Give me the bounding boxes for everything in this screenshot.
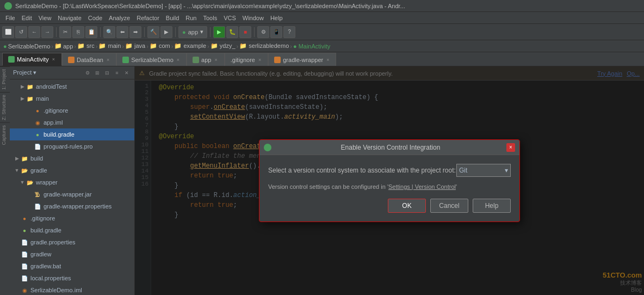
toolbar-btn-help2[interactable]: ? (283, 26, 295, 38)
menu-file[interactable]: File (2, 14, 18, 22)
toolbar-btn-paste[interactable]: 📋 (85, 26, 97, 38)
menu-help[interactable]: Help (267, 14, 286, 22)
tree-item-gitignore2[interactable]: ● .gitignore (10, 212, 134, 224)
bc-app[interactable]: 📁 app (54, 42, 73, 50)
tree-item-gradlew[interactable]: 📄 gradlew (10, 248, 134, 260)
tree-item-wrapper[interactable]: ▼ 📂 wrapper (10, 176, 134, 188)
tree-item-androidtest[interactable]: ▶ 📁 androidTest (10, 81, 134, 93)
tab-gradle-wrapper[interactable]: gradle-wrapper × (268, 53, 336, 66)
app-icon (4, 2, 12, 10)
sidebar-tool-settings[interactable]: ≡ (113, 69, 121, 77)
tab-icon-mainactivity (8, 56, 15, 63)
label-project[interactable]: 1: Project (0, 66, 10, 92)
modal-title: Enable Version Control Integration (275, 144, 506, 151)
toolbar-btn-stop[interactable]: ■ (239, 26, 251, 38)
menu-edit[interactable]: Edit (18, 14, 35, 22)
sidebar-tool-hide[interactable]: ✕ (122, 69, 131, 77)
sidebar-tool-gear[interactable]: ⚙ (83, 69, 92, 77)
tab-close-gradle-wrapper[interactable]: × (325, 57, 330, 63)
bc-label-main[interactable]: 📁 main (98, 42, 121, 50)
project-sidebar: Project ▾ ⚙ ⊞ ⊟ ≡ ✕ ▶ 📁 androidTest ▶ 📁 … (10, 66, 135, 295)
tree-item-gradle-jar[interactable]: 🗜 gradle-wrapper.jar (10, 188, 134, 200)
tab-mainactivity[interactable]: MainActivity × (2, 53, 62, 66)
menu-view[interactable]: View (35, 14, 55, 22)
app-dropdown[interactable]: ● app ▾ (178, 26, 207, 38)
bc-label-ydzy[interactable]: 📁 ydzy_ (210, 42, 236, 50)
tree-label-gradlew: gradlew (30, 251, 52, 257)
tree-item-proguard[interactable]: 📄 proguard-rules.pro (10, 140, 134, 152)
toolbar-btn-avd[interactable]: 📱 (270, 26, 282, 38)
menu-navigate[interactable]: Navigate (54, 14, 84, 22)
tree-item-buildgradle[interactable]: ● build.gradle (10, 128, 134, 140)
label-structure[interactable]: Z: Structure (0, 92, 10, 122)
toolbar-btn-2[interactable]: ↺ (15, 26, 27, 38)
label-captures[interactable]: Captures (0, 122, 10, 148)
tree-item-gradle-props[interactable]: 📄 gradle-wrapper.properties (10, 200, 134, 212)
tab-close-app[interactable]: × (213, 57, 218, 63)
tree-item-appiml[interactable]: ◉ app.iml (10, 116, 134, 128)
toolbar-btn-cut[interactable]: ✂ (59, 26, 71, 38)
tab-serlizdemo[interactable]: SerlizableDemo × (116, 53, 187, 66)
tree-item-main[interactable]: ▶ 📁 main (10, 93, 134, 105)
toolbar-btn-back[interactable]: ⬅ (116, 26, 128, 38)
menu-code[interactable]: Code (85, 14, 106, 22)
expand-wrapper: ▼ (18, 180, 26, 185)
tree-label-serlizableiml: SerlizableDemo.iml (30, 287, 82, 293)
tree-item-build[interactable]: ▶ 📁 build (10, 152, 134, 164)
menu-tools[interactable]: Tools (200, 14, 220, 22)
toolbar-btn-search[interactable]: 🔍 (103, 26, 115, 38)
menu-analyze[interactable]: Analyze (106, 14, 133, 22)
tree-item-gradleprops[interactable]: 📄 gradle.properties (10, 236, 134, 248)
bc-label-src[interactable]: 📁 src (77, 42, 95, 50)
modal-note-link[interactable]: Settings | Version Control (388, 183, 456, 190)
bc-label-serlizabledemo[interactable]: 📁 serlizabledemo (239, 42, 289, 50)
sidebar-tool-collapse[interactable]: ⊟ (103, 69, 112, 77)
tree-item-gitignore[interactable]: ● .gitignore (10, 105, 134, 116)
tree-item-gradle[interactable]: ▼ 📂 gradle (10, 164, 134, 176)
menu-build[interactable]: Build (163, 14, 182, 22)
menu-vcs[interactable]: VCS (220, 14, 239, 22)
tab-app[interactable]: app × (187, 53, 225, 66)
tab-close-serlizdemo[interactable]: × (176, 57, 181, 63)
tab-bar: MainActivity × DataBean × SerlizableDemo… (0, 52, 644, 66)
tab-gitignore[interactable]: .gitignore × (225, 53, 269, 66)
modal-ok-button[interactable]: OK (388, 199, 426, 213)
toolbar-btn-6[interactable]: ▶ (160, 26, 172, 38)
modal-help-button[interactable]: Help (473, 199, 511, 213)
bc-label-mainactivity[interactable]: ● MainActivity (293, 43, 330, 50)
tab-databean[interactable]: DataBean × (62, 53, 116, 66)
toolbar-btn-fwd[interactable]: ➡ (129, 26, 141, 38)
toolbar-btn-1[interactable]: ⬜ (2, 26, 14, 38)
tab-close-databean[interactable]: × (106, 57, 110, 63)
tab-close-mainactivity[interactable]: × (51, 57, 56, 62)
toolbar-btn-4[interactable]: → (41, 26, 53, 38)
tree-item-serlizableiml[interactable]: ◉ SerlizableDemo.iml (10, 284, 134, 295)
modal-close-button[interactable]: × (506, 143, 515, 152)
toolbar-btn-3[interactable]: ← (28, 26, 40, 38)
menu-run[interactable]: Run (182, 14, 200, 22)
tree-item-gradlew-bat[interactable]: 📄 gradlew.bat (10, 260, 134, 272)
bc-label-java[interactable]: 📁 java (125, 42, 145, 50)
tree-item-localprops[interactable]: 📄 local.properties (10, 272, 134, 284)
toolbar: ⬜ ↺ ← → ✂ ⎘ 📋 🔍 ⬅ ➡ 🔨 ▶ ● app ▾ ▶ 🐛 ■ ⚙ … (0, 24, 644, 40)
menu-window[interactable]: Window (239, 14, 267, 22)
toolbar-btn-run-btn[interactable]: ▶ (213, 26, 225, 38)
folder-icon-main: 📁 (26, 95, 34, 102)
tree-label-gradlew-bat: gradlew.bat (30, 263, 61, 269)
bc-label-com[interactable]: 📁 com (150, 42, 170, 50)
toolbar-btn-5[interactable]: 🔨 (147, 26, 159, 38)
toolbar-btn-copy[interactable]: ⎘ (72, 26, 84, 38)
sidebar-tool-expand[interactable]: ⊞ (93, 69, 102, 77)
folder-icon-gradle: 📂 (21, 167, 28, 174)
toolbar-btn-sdk[interactable]: ⚙ (257, 26, 269, 38)
modal-cancel-button[interactable]: Cancel (430, 199, 468, 213)
bc-serlizable[interactable]: ● SerlizableDemo (3, 43, 50, 50)
sidebar-dropdown[interactable]: Project ▾ (13, 69, 36, 76)
modal-vcs-select[interactable]: Git ▾ (456, 164, 511, 177)
expand-gradle: ▼ (13, 168, 21, 173)
menu-refactor[interactable]: Refactor (133, 14, 163, 22)
tree-item-buildgradle2[interactable]: ● build.gradle (10, 224, 134, 236)
bc-label-example[interactable]: 📁 example (174, 42, 206, 50)
tab-close-gitignore[interactable]: × (257, 57, 262, 63)
toolbar-btn-debug[interactable]: 🐛 (226, 26, 238, 38)
